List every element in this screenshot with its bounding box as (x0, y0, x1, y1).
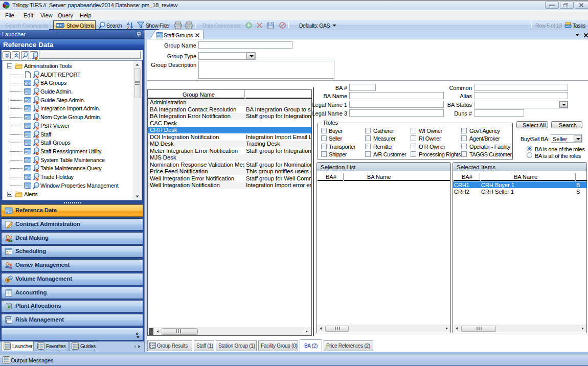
svg-text:Z: Z (127, 26, 129, 29)
svg-text:P: P (10, 276, 12, 280)
